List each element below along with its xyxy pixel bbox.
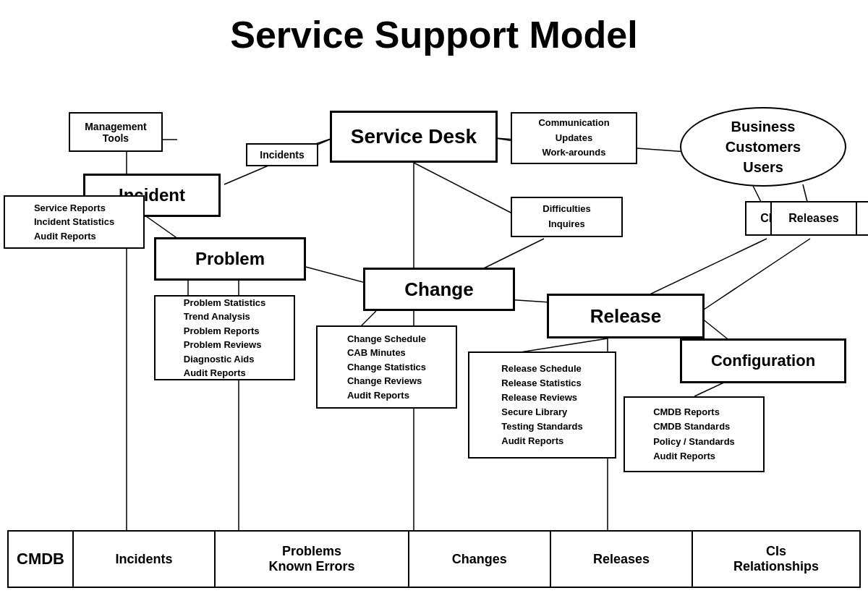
service-desk-box: Service Desk: [330, 111, 498, 163]
change-details-label: Change Schedule CAB Minutes Change Stati…: [347, 332, 426, 403]
releases-top-real-box: Releases: [770, 201, 857, 236]
problem-box: Problem: [154, 237, 306, 281]
communication-label: Communication Updates Work-arounds: [538, 116, 609, 161]
bottom-cmdb: CMDB: [9, 532, 74, 587]
incidents-connector-label: Incidents: [260, 149, 304, 161]
service-reports-label: Service Reports Incident Statistics Audi…: [34, 201, 114, 244]
business-customers-label: Business Customers Users: [726, 116, 801, 177]
difficulties-box: Difficulties Inquires: [511, 197, 623, 237]
config-details-label: CMDB Reports CMDB Standards Policy / Sta…: [653, 405, 735, 464]
releases-top-label: Releases: [788, 212, 838, 225]
business-customers-oval: Business Customers Users: [680, 107, 846, 187]
service-reports-box: Service Reports Incident Statistics Audi…: [4, 195, 145, 249]
problem-label: Problem: [195, 249, 265, 269]
svg-line-6: [414, 163, 514, 214]
problem-stats-box: Problem Statistics Trend Analysis Proble…: [154, 295, 295, 380]
incidents-connector-box: Incidents: [246, 143, 318, 166]
bottom-changes: Changes: [409, 532, 551, 587]
diagram: Service Support Model: [0, 0, 868, 601]
config-details-box: CMDB Reports CMDB Standards Policy / Sta…: [624, 396, 765, 472]
release-label: Release: [590, 305, 661, 328]
bottom-releases: Releases: [551, 532, 693, 587]
problem-stats-label: Problem Statistics Trend Analysis Proble…: [184, 296, 265, 380]
change-label: Change: [404, 278, 473, 301]
service-desk-label: Service Desk: [351, 125, 477, 148]
page-title: Service Support Model: [0, 0, 868, 56]
configuration-box: Configuration: [680, 338, 846, 383]
difficulties-label: Difficulties Inquires: [542, 202, 590, 232]
change-box: Change: [363, 268, 515, 311]
release-details-box: Release Schedule Release Statistics Rele…: [468, 351, 616, 459]
bottom-cmdb-bar: CMDB Incidents Problems Known Errors Cha…: [7, 530, 861, 588]
release-details-label: Release Schedule Release Statistics Rele…: [501, 362, 582, 449]
management-tools-box: Management Tools: [69, 112, 163, 152]
release-box: Release: [547, 294, 705, 338]
svg-line-21: [702, 239, 810, 311]
change-details-box: Change Schedule CAB Minutes Change Stati…: [316, 325, 457, 409]
bottom-problems: Problems Known Errors: [216, 532, 409, 587]
configuration-label: Configuration: [711, 351, 815, 370]
communication-box: Communication Updates Work-arounds: [511, 112, 637, 164]
management-tools-label: Management Tools: [85, 121, 147, 144]
bottom-incidents: Incidents: [74, 532, 216, 587]
bottom-cis: CIs Relationships: [693, 532, 859, 587]
